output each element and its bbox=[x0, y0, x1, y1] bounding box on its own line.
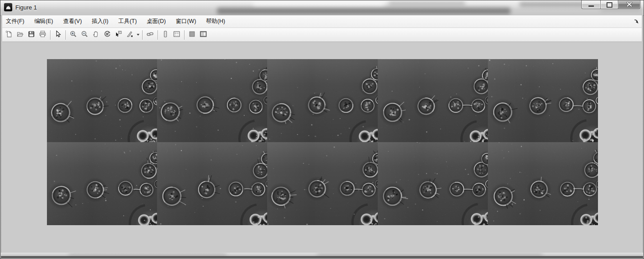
micrograph-tile-3[interactable] bbox=[267, 59, 377, 142]
open-file-icon bbox=[16, 30, 24, 40]
menu-item-help[interactable]: 帮助(H) bbox=[201, 15, 230, 28]
insert-legend-icon bbox=[173, 30, 181, 40]
show-plot-tools-icon bbox=[199, 30, 207, 40]
data-cursor-icon bbox=[115, 30, 122, 40]
restore-icon bbox=[607, 2, 612, 8]
micrograph-tile-4[interactable] bbox=[378, 59, 488, 142]
menu-item-desktop[interactable]: 桌面(D) bbox=[142, 15, 171, 28]
figure-montage bbox=[47, 59, 598, 225]
chevron-down-icon bbox=[137, 34, 139, 36]
toolbar-separator bbox=[158, 30, 158, 40]
glass-reflection bbox=[253, 1, 384, 5]
edit-plot-pointer-button[interactable] bbox=[52, 29, 64, 40]
insert-legend-button[interactable] bbox=[171, 29, 182, 40]
zoom-out-icon bbox=[81, 30, 88, 40]
titlebar-highlight bbox=[0, 0, 644, 1]
hide-plot-tools-icon bbox=[188, 30, 196, 40]
show-plot-tools-button[interactable] bbox=[198, 29, 209, 40]
micrograph-tile-1[interactable] bbox=[47, 59, 157, 142]
brush-data-icon bbox=[126, 30, 134, 40]
window-frame-bottom bbox=[1, 253, 643, 258]
zoom-out-button[interactable] bbox=[79, 29, 90, 40]
open-file-button[interactable] bbox=[14, 29, 26, 40]
brush-dropdown-button[interactable] bbox=[135, 29, 140, 40]
close-icon bbox=[626, 2, 632, 7]
link-plot-icon bbox=[146, 30, 154, 40]
close-button[interactable] bbox=[618, 0, 640, 9]
print-figure-icon bbox=[39, 30, 46, 40]
link-plot-button[interactable] bbox=[144, 29, 156, 40]
matlab-logo-icon bbox=[4, 3, 12, 11]
menubar: 文件(F)编辑(E)查看(V)插入(I)工具(T)桌面(D)窗口(W)帮助(H) bbox=[1, 15, 643, 28]
micrograph-tile-9[interactable] bbox=[378, 142, 488, 225]
micrograph-tile-2[interactable] bbox=[157, 59, 267, 142]
pan-button[interactable] bbox=[90, 29, 102, 40]
titlebar[interactable]: Figure 1 bbox=[0, 0, 644, 16]
brush-data-button[interactable] bbox=[124, 29, 135, 40]
rotate-3d-icon bbox=[103, 30, 111, 40]
glass-reflection bbox=[389, 1, 465, 5]
menu-item-insert[interactable]: 插入(I) bbox=[87, 15, 113, 28]
hide-plot-tools-button[interactable] bbox=[186, 29, 198, 40]
print-figure-button[interactable] bbox=[37, 29, 48, 40]
toolbar bbox=[1, 28, 643, 42]
menu-item-file[interactable]: 文件(F) bbox=[1, 15, 29, 28]
micrograph-tile-7[interactable] bbox=[157, 142, 267, 225]
window-frame-right bbox=[642, 15, 643, 259]
pan-icon bbox=[92, 30, 100, 40]
figure-window: Figure 1 文件(F)编辑(E)查看(V)插入(I)工具(T)桌面(D)窗… bbox=[0, 0, 644, 259]
micrograph-tile-8[interactable] bbox=[267, 142, 377, 225]
rotate-3d-button[interactable] bbox=[102, 29, 113, 40]
new-figure-icon bbox=[5, 30, 13, 40]
restore-button[interactable] bbox=[600, 0, 618, 9]
save-figure-icon bbox=[28, 30, 35, 40]
zoom-in-icon bbox=[69, 30, 77, 40]
toolbar-separator bbox=[184, 30, 185, 40]
micrograph-tile-10[interactable] bbox=[488, 142, 598, 225]
insert-colorbar-button[interactable] bbox=[160, 29, 171, 40]
micrograph-tile-5[interactable] bbox=[488, 59, 598, 142]
save-figure-button[interactable] bbox=[26, 29, 37, 40]
toolbar-separator bbox=[142, 30, 143, 40]
window-title: Figure 1 bbox=[15, 4, 37, 11]
minimize-button[interactable] bbox=[581, 0, 600, 9]
zoom-in-button[interactable] bbox=[68, 29, 79, 40]
menu-item-edit[interactable]: 编辑(E) bbox=[29, 15, 58, 28]
edit-plot-pointer-icon bbox=[54, 30, 62, 40]
insert-colorbar-icon bbox=[162, 30, 169, 40]
new-figure-button[interactable] bbox=[3, 29, 14, 40]
dock-figure-arrow-icon[interactable] bbox=[629, 18, 643, 24]
figure-canvas-area bbox=[2, 42, 642, 253]
micrograph-tile-6[interactable] bbox=[47, 142, 157, 225]
toolbar-separator bbox=[50, 30, 51, 40]
menu-item-view[interactable]: 查看(V) bbox=[58, 15, 87, 28]
data-cursor-button[interactable] bbox=[113, 29, 124, 40]
glass-reflection bbox=[217, 8, 510, 14]
toolbar-separator bbox=[65, 30, 66, 40]
menu-item-window[interactable]: 窗口(W) bbox=[171, 15, 201, 28]
caption-buttons bbox=[581, 0, 640, 9]
menu-item-tools[interactable]: 工具(T) bbox=[113, 15, 142, 28]
minimize-icon bbox=[588, 5, 594, 7]
window-frame-shadow bbox=[1, 256, 643, 258]
